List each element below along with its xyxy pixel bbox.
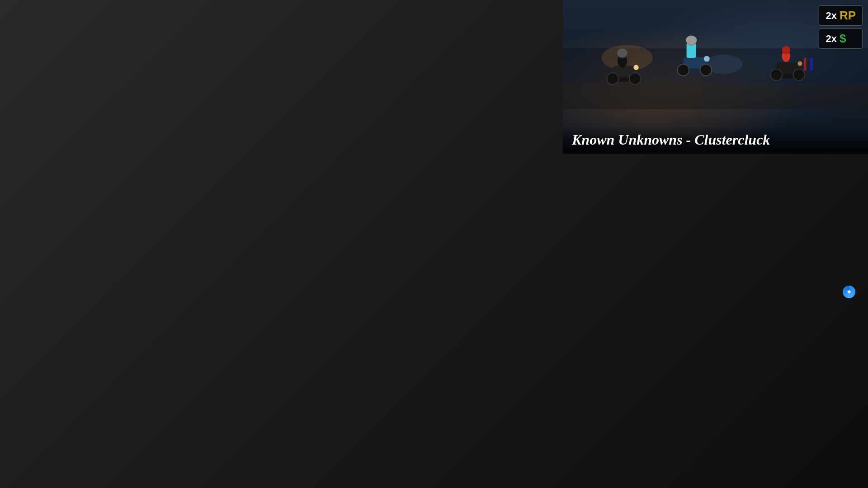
stunt-type-icon <box>843 286 855 298</box>
money-label: $ <box>840 32 846 46</box>
rp-multiplier: 2x <box>826 10 836 22</box>
main-layout: Arena WarTarget AssaultStunt RacesRacesD… <box>0 0 868 488</box>
money-multiplier: 2x <box>826 33 836 45</box>
preview-image: 2x RP 2x $ Known Unknowns - Clustercluck <box>563 0 868 154</box>
preview-title: Known Unknowns - Clustercluck <box>563 126 868 154</box>
bonus-badges: 2x RP 2x $ <box>819 5 863 49</box>
rp-badge: 2x RP <box>819 5 863 26</box>
money-badge: 2x $ <box>819 28 863 49</box>
rp-label: RP <box>840 9 856 23</box>
